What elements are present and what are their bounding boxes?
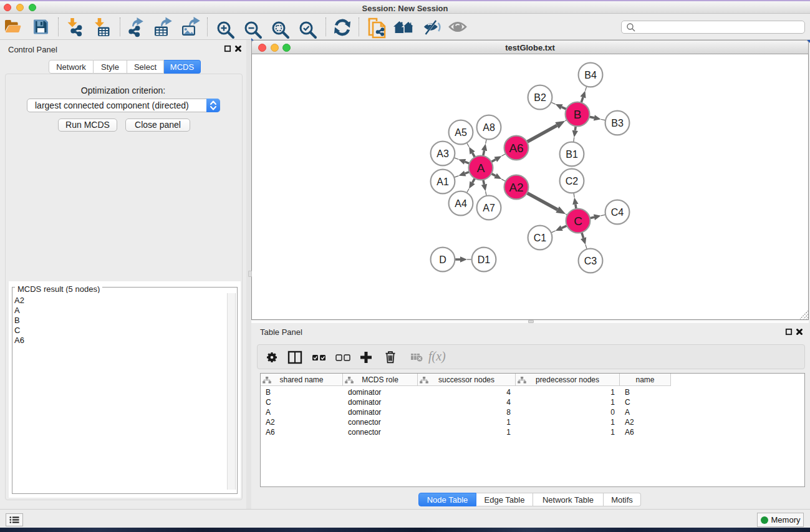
svg-text:D1: D1 xyxy=(478,254,491,265)
svg-text:A1: A1 xyxy=(436,177,449,187)
svg-text:C2: C2 xyxy=(566,176,579,186)
svg-text:A4: A4 xyxy=(455,198,467,209)
svg-text:A2: A2 xyxy=(509,181,523,194)
svg-text:C: C xyxy=(574,215,582,228)
svg-text:f(x): f(x) xyxy=(428,349,446,364)
svg-text:C3: C3 xyxy=(584,256,597,266)
svg-text:D: D xyxy=(439,254,446,265)
svg-text:B4: B4 xyxy=(584,70,597,80)
svg-text:B3: B3 xyxy=(611,118,624,128)
svg-text:A6: A6 xyxy=(509,142,523,155)
svg-text:A7: A7 xyxy=(483,203,495,213)
svg-text:B2: B2 xyxy=(534,92,546,103)
svg-text:B1: B1 xyxy=(566,149,578,160)
svg-text:B: B xyxy=(574,108,582,121)
svg-text:C4: C4 xyxy=(611,207,624,218)
svg-text:A: A xyxy=(477,162,485,175)
svg-text:A8: A8 xyxy=(483,122,495,133)
svg-text:A3: A3 xyxy=(436,148,449,159)
svg-text:A5: A5 xyxy=(455,127,467,138)
svg-text:C1: C1 xyxy=(534,233,547,243)
